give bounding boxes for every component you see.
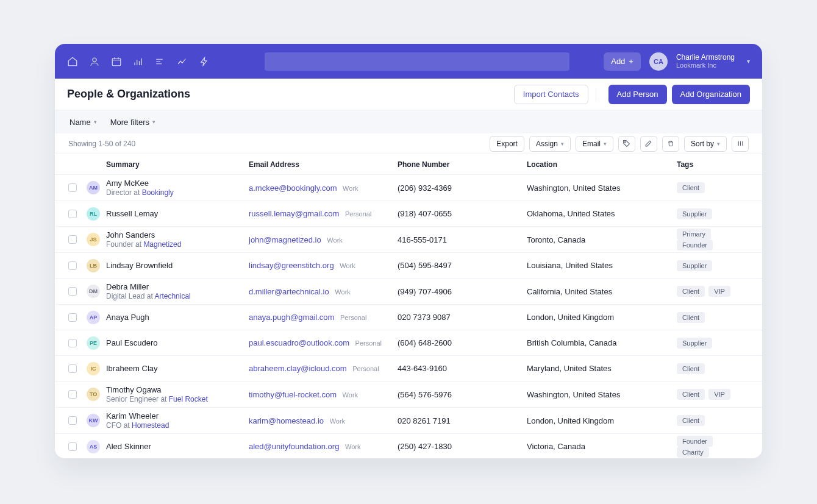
tag[interactable]: Supplier: [677, 208, 712, 219]
location: Victoria, Canada: [527, 442, 677, 451]
email-label: Work: [343, 391, 358, 399]
calendar-icon[interactable]: [111, 56, 122, 67]
tag-icon[interactable]: [618, 136, 635, 152]
person-icon[interactable]: [89, 56, 100, 67]
table-row[interactable]: JS John Sanders Founder at Magnetized jo…: [55, 227, 762, 253]
org-link[interactable]: Bookingly: [142, 188, 174, 197]
email-label: Personal: [340, 314, 366, 321]
email-link[interactable]: paul.escuadro@outlook.com: [249, 338, 349, 347]
table-header: Summary Email Address Phone Number Locat…: [55, 154, 762, 175]
add-organization-button[interactable]: Add Organization: [672, 85, 750, 104]
row-checkbox[interactable]: [68, 287, 77, 296]
row-checkbox[interactable]: [68, 235, 77, 244]
chevron-down-icon[interactable]: ▾: [747, 58, 750, 65]
tag[interactable]: VIP: [708, 286, 730, 297]
email-link[interactable]: anaya.pugh@gmail.com: [249, 313, 334, 322]
tag[interactable]: VIP: [708, 389, 730, 400]
tag[interactable]: Founder: [677, 240, 713, 250]
row-checkbox[interactable]: [68, 364, 77, 373]
assign-button[interactable]: Assign▾: [529, 136, 571, 152]
row-checkbox[interactable]: [68, 210, 77, 218]
col-summary: Summary: [106, 160, 249, 169]
row-checkbox[interactable]: [68, 339, 77, 347]
tag[interactable]: Client: [677, 312, 705, 323]
org-link[interactable]: Fuel Rocket: [169, 395, 208, 403]
phone: (564) 576-5976: [398, 390, 527, 399]
table-row[interactable]: AM Amy McKee Director at Bookingly a.mck…: [55, 175, 762, 201]
tag[interactable]: Charity: [677, 447, 709, 458]
tag[interactable]: Client: [677, 182, 705, 193]
phone: 443-643-9160: [398, 364, 527, 373]
edit-icon[interactable]: [640, 136, 657, 152]
import-contacts-button[interactable]: Import Contacts: [514, 85, 588, 104]
email-link[interactable]: abraheem.clay@icloud.com: [249, 364, 347, 373]
col-email: Email Address: [249, 160, 398, 169]
person-name: Paul Escudero: [106, 338, 249, 347]
row-checkbox[interactable]: [68, 183, 77, 192]
user-avatar[interactable]: CA: [649, 52, 668, 71]
row-checkbox[interactable]: [68, 390, 77, 399]
table-row[interactable]: PE Paul Escudero paul.escuadro@outlook.c…: [55, 330, 762, 356]
email-link[interactable]: a.mckee@bookingly.com: [249, 183, 337, 193]
person-role: Digital Lead at Artechnical: [106, 292, 249, 300]
tag[interactable]: Founder: [677, 436, 713, 447]
email-link[interactable]: karim@homestead.io: [249, 416, 324, 425]
columns-icon[interactable]: [732, 136, 749, 152]
org-link[interactable]: Magnetized: [143, 240, 181, 249]
filter-name[interactable]: Name▾: [70, 118, 97, 127]
tag[interactable]: Primary: [677, 229, 711, 240]
org-link[interactable]: Artechnical: [154, 292, 190, 300]
tag[interactable]: Client: [677, 389, 705, 400]
tag[interactable]: Supplier: [677, 260, 712, 271]
table-row[interactable]: KW Karim Wheeler CFO at Homestead karim@…: [55, 408, 762, 434]
row-checkbox[interactable]: [68, 261, 77, 270]
table-row[interactable]: RL Russell Lemay russell.lemay@gmail.com…: [55, 201, 762, 227]
tag[interactable]: Supplier: [677, 338, 712, 349]
email-link[interactable]: russell.lemay@gmail.com: [249, 209, 339, 218]
add-person-button[interactable]: Add Person: [608, 85, 667, 104]
tools-row: Showing 1-50 of 240 Export Assign▾ Email…: [55, 133, 762, 154]
hbars-icon[interactable]: [155, 56, 166, 67]
nav-icons: [67, 56, 210, 67]
email-link[interactable]: d.miller@artechnical.io: [249, 287, 329, 296]
bars-icon[interactable]: [133, 56, 144, 67]
person-role: Senior Engineer at Fuel Rocket: [106, 395, 249, 403]
table-row[interactable]: TO Timothy Ogawa Senior Engineer at Fuel…: [55, 382, 762, 408]
tag[interactable]: Client: [677, 415, 705, 426]
phone: 416-555-0171: [398, 235, 527, 244]
table-row[interactable]: DM Debra Miller Digital Lead at Artechni…: [55, 279, 762, 305]
tag[interactable]: Client: [677, 363, 705, 374]
result-count: Showing 1-50 of 240: [68, 140, 135, 148]
person-name: Karim Wheeler: [106, 411, 249, 421]
row-checkbox[interactable]: [68, 442, 77, 451]
avatar: AM: [87, 181, 100, 194]
phone: (918) 407-0655: [398, 209, 527, 218]
table-row[interactable]: LB Lindsay Brownfield lindsay@greenstitc…: [55, 253, 762, 279]
email-button[interactable]: Email▾: [576, 136, 613, 152]
tag[interactable]: Client: [677, 286, 705, 297]
email-link[interactable]: timothy@fuel-rocket.com: [249, 390, 337, 399]
table-row[interactable]: AS Aled Skinner aled@unityfoundation.org…: [55, 434, 762, 458]
email-link[interactable]: aled@unityfoundation.org: [249, 442, 339, 451]
row-checkbox[interactable]: [68, 313, 77, 322]
add-button[interactable]: Add +: [604, 52, 641, 71]
bolt-icon[interactable]: [199, 56, 210, 67]
table-row[interactable]: IC Ibraheem Clay abraheem.clay@icloud.co…: [55, 356, 762, 382]
email-label: Work: [330, 417, 345, 425]
sort-button[interactable]: Sort by▾: [684, 136, 727, 152]
filter-more[interactable]: More filters▾: [110, 118, 155, 127]
phone: (504) 595-8497: [398, 261, 527, 270]
org-link[interactable]: Homestead: [132, 421, 169, 430]
email-link[interactable]: lindsay@greenstitch.org: [249, 261, 334, 270]
search-input[interactable]: [265, 52, 569, 71]
trend-icon[interactable]: [177, 56, 188, 67]
export-button[interactable]: Export: [490, 136, 524, 152]
user-meta[interactable]: Charlie Armstrong Lookmark Inc: [676, 53, 735, 70]
home-icon[interactable]: [67, 56, 78, 67]
location: Washington, United States: [527, 390, 677, 399]
email-label: Work: [327, 236, 342, 244]
row-checkbox[interactable]: [68, 416, 77, 425]
email-link[interactable]: john@magnetized.io: [249, 235, 321, 244]
trash-icon[interactable]: [662, 136, 679, 152]
table-row[interactable]: AP Anaya Pugh anaya.pugh@gmail.com Perso…: [55, 305, 762, 330]
